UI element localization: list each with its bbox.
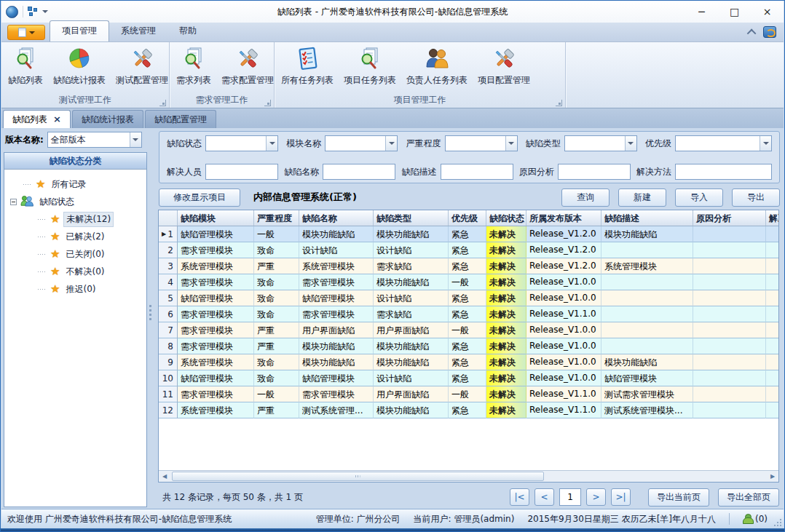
table-cell[interactable] [693,290,766,306]
column-header[interactable]: 解决方法 [766,210,778,226]
table-cell[interactable]: 致命 [254,242,299,258]
table-cell[interactable] [766,258,778,274]
table-cell[interactable]: 设计缺陷 [374,242,449,258]
column-header[interactable]: 缺陷状态 [486,210,526,226]
ribbon-button[interactable]: 缺陷列表 [3,44,48,95]
table-cell[interactable] [601,242,693,258]
table-row[interactable]: 5缺陷管理模块致命缺陷管理模块设计缺陷紧急未解决Release_V1.0.0 [159,290,778,306]
row-number[interactable]: 3 [159,258,178,274]
table-cell[interactable]: 需求管理模块 [299,386,374,402]
table-cell[interactable]: 严重 [254,258,299,274]
table-cell[interactable]: 一般 [254,226,299,242]
row-number[interactable]: 4 [159,274,178,290]
table-cell[interactable]: Release_V1.0.0 [526,274,601,290]
table-cell[interactable] [766,226,778,242]
table-cell[interactable]: 系统管理模块 [601,258,693,274]
table-cell[interactable]: 设计缺陷 [299,242,374,258]
table-row[interactable]: 4需求管理模块致命需求管理模块模块功能缺陷一般未解决Release_V1.0.0 [159,274,778,290]
filter-select[interactable] [675,135,772,151]
table-cell[interactable]: 紧急 [449,370,486,386]
table-cell[interactable]: 紧急 [449,306,486,322]
tree-item[interactable]: ★未解决(12) [4,210,146,228]
table-row[interactable]: 8需求管理模块严重模块功能缺陷模块功能缺陷紧急未解决Release_V1.0.0 [159,338,778,354]
tree-item[interactable]: ★已解决(2) [4,228,146,245]
table-cell[interactable]: 一般 [449,322,486,338]
table-cell[interactable]: 需求管理模块 [178,338,254,354]
table-cell[interactable]: 一般 [254,386,299,402]
prev-page-button[interactable]: < [534,488,554,506]
table-cell[interactable]: 致命 [254,290,299,306]
table-cell[interactable]: 未解决 [486,306,526,322]
dialog-launcher-icon[interactable] [264,100,271,106]
table-cell[interactable]: 未解决 [486,290,526,306]
chevron-down-icon[interactable] [266,136,277,151]
table-cell[interactable]: 未解决 [486,274,526,290]
table-cell[interactable]: Release_V1.0.0 [526,322,601,338]
table-cell[interactable]: 需求管理模块 [178,306,254,322]
table-cell[interactable]: 紧急 [449,242,486,258]
export-all-pages-button[interactable]: 导出全部页 [718,488,779,507]
filter-select[interactable] [445,135,518,151]
tree-item[interactable]: ★已关闭(0) [4,245,146,263]
table-cell[interactable]: 模块功能缺陷 [299,338,374,354]
dialog-launcher-icon[interactable] [159,100,166,106]
table-cell[interactable]: 系统管理模块 [299,258,374,274]
table-cell[interactable]: 紧急 [449,226,486,242]
table-row[interactable]: 11需求管理模块一般需求管理模块用户界面缺陷一般未解决Release_V1.1.… [159,386,778,402]
table-cell[interactable]: 严重 [254,322,299,338]
table-cell[interactable]: 未解决 [486,258,526,274]
table-cell[interactable]: Release_V1.0.0 [526,354,601,370]
table-cell[interactable] [693,354,766,370]
table-cell[interactable]: 模块功能缺陷 [374,274,449,290]
row-number[interactable]: 2 [159,242,178,258]
quick-access-grid-icon[interactable] [28,7,38,17]
query-button[interactable]: 查询 [561,188,610,207]
tree-item[interactable]: 缺陷状态 [4,193,146,210]
ribbon-button[interactable]: 所有任务列表 [276,44,339,95]
ribbon-tab-project[interactable]: 项目管理 [50,20,109,41]
table-cell[interactable]: 未解决 [486,242,526,258]
page-number-input[interactable] [559,488,581,506]
row-number[interactable]: 8 [159,338,178,354]
table-cell[interactable]: Release_V1.2.0 [526,258,601,274]
table-cell[interactable]: 模块功能缺陷 [601,354,693,370]
table-row[interactable]: 2需求管理模块致命设计缺陷设计缺陷紧急未解决Release_V1.2.0 [159,242,778,258]
table-cell[interactable] [693,226,766,242]
table-row[interactable]: 12系统管理模块严重测试系统管理...模块功能缺陷紧急未解决Release_V1… [159,402,778,418]
table-cell[interactable]: 紧急 [449,290,486,306]
table-cell[interactable]: 未解决 [486,338,526,354]
column-header[interactable]: 严重程度 [254,210,299,226]
maximize-button[interactable]: □ [718,1,751,23]
filter-text-input[interactable] [675,164,772,180]
table-row[interactable]: ▶1缺陷管理模块一般模块功能缺陷模块功能缺陷紧急未解决Release_V1.2.… [159,226,778,242]
table-row[interactable]: 6需求管理模块致命需求管理模块需求缺陷紧急未解决Release_V1.1.0 [159,306,778,322]
chevron-down-icon[interactable] [130,132,141,147]
table-cell[interactable]: 系统管理模块 [178,258,254,274]
table-cell[interactable]: 模块功能缺陷 [601,226,693,242]
panel-splitter[interactable] [148,128,155,509]
row-number[interactable]: 11 [159,386,178,402]
table-cell[interactable]: 紧急 [449,402,486,418]
table-cell[interactable]: 致命 [254,306,299,322]
table-cell[interactable]: Release_V1.1.0 [526,402,601,418]
table-cell[interactable]: 紧急 [449,354,486,370]
table-cell[interactable]: 模块功能缺陷 [374,338,449,354]
table-cell[interactable] [766,354,778,370]
table-cell[interactable]: Release_V1.0.0 [526,290,601,306]
table-cell[interactable]: 致命 [254,274,299,290]
table-cell[interactable]: 测试系统管理模块... [601,402,693,418]
skin-style-icon[interactable] [763,26,776,38]
table-cell[interactable]: 模块功能缺陷 [374,402,449,418]
table-cell[interactable]: 需求管理模块 [299,306,374,322]
chevron-down-icon[interactable] [625,136,636,151]
table-cell[interactable] [601,338,693,354]
close-tab-icon[interactable]: × [53,116,61,123]
table-cell[interactable]: Release_V1.1.0 [526,306,601,322]
column-header[interactable]: 缺陷模块 [178,210,254,226]
table-cell[interactable]: 缺陷管理模块 [178,290,254,306]
horizontal-scrollbar[interactable]: ◀ ▶ [159,470,778,482]
ribbon-button[interactable]: 项目任务列表 [339,44,401,95]
ribbon-button[interactable]: 项目配置管理 [473,44,535,95]
filter-text-input[interactable] [558,164,631,180]
caret-down-icon[interactable] [42,10,48,13]
